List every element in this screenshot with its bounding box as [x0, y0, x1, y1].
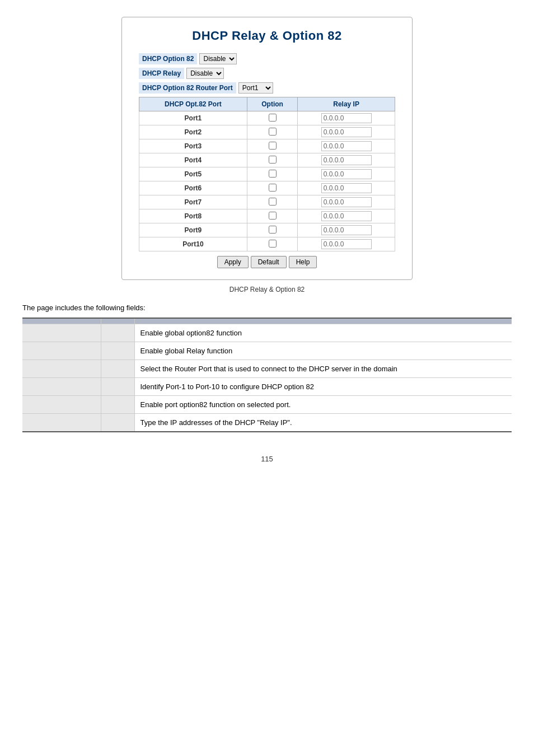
panel-caption: DHCP Relay & Option 82	[22, 286, 512, 293]
fields-header-row	[22, 318, 512, 324]
info-text: The page includes the following fields:	[22, 304, 512, 312]
port-option-checkbox[interactable]	[269, 114, 277, 122]
dhcp-router-port-label: DHCP Option 82 Router Port	[139, 82, 236, 94]
port-relay-ip-cell	[298, 111, 395, 125]
port-relay-ip-input[interactable]	[321, 197, 372, 207]
port-option-checkbox[interactable]	[269, 142, 277, 150]
page-number: 115	[22, 455, 512, 463]
col-port: DHCP Opt.82 Port	[139, 97, 247, 111]
dhcp-router-port-row: DHCP Option 82 Router Port Port1 Port2 P…	[139, 82, 395, 94]
port-option-cell	[247, 153, 297, 167]
port-relay-ip-input[interactable]	[321, 169, 372, 179]
port-relay-ip-cell	[298, 209, 395, 223]
port-option-checkbox[interactable]	[269, 184, 277, 192]
port-table: DHCP Opt.82 Port Option Relay IP Port1Po…	[139, 97, 395, 251]
field-col1	[22, 324, 101, 342]
port-option-cell	[247, 223, 297, 237]
table-row: Port8	[139, 209, 395, 223]
field-description: Type the IP addresses of the DHCP "Relay…	[134, 413, 512, 432]
port-option-cell	[247, 111, 297, 125]
port-option-cell	[247, 167, 297, 181]
port-relay-ip-input[interactable]	[321, 183, 372, 193]
list-item: Identify Port-1 to Port-10 to configure …	[22, 377, 512, 395]
port-name: Port2	[139, 125, 247, 139]
port-relay-ip-cell	[298, 167, 395, 181]
port-option-checkbox[interactable]	[269, 156, 277, 164]
main-panel: DHCP Relay & Option 82 DHCP Option 82 Di…	[121, 17, 413, 280]
port-relay-ip-cell	[298, 195, 395, 209]
port-option-checkbox[interactable]	[269, 128, 277, 136]
port-name: Port5	[139, 167, 247, 181]
table-row: Port7	[139, 195, 395, 209]
help-button[interactable]: Help	[289, 256, 317, 268]
table-row: Port9	[139, 223, 395, 237]
list-item: Enable global Relay function	[22, 342, 512, 360]
port-relay-ip-input[interactable]	[321, 113, 372, 123]
port-relay-ip-cell	[298, 125, 395, 139]
port-option-checkbox[interactable]	[269, 170, 277, 178]
dhcp-option82-row: DHCP Option 82 Disable Enable	[139, 53, 395, 64]
field-col2	[101, 413, 134, 432]
fields-table: Enable global option82 functionEnable gl…	[22, 318, 512, 432]
table-row: Port10	[139, 237, 395, 251]
port-relay-ip-input[interactable]	[321, 127, 372, 137]
field-col1	[22, 413, 101, 432]
col-relay-ip: Relay IP	[298, 97, 395, 111]
field-col2	[101, 377, 134, 395]
port-relay-ip-cell	[298, 153, 395, 167]
port-name: Port4	[139, 153, 247, 167]
dhcp-router-port-select[interactable]: Port1 Port2 Port3 Port4 Port5 Port6 Port…	[238, 82, 273, 94]
apply-button[interactable]: Apply	[217, 256, 249, 268]
dhcp-relay-label: DHCP Relay	[139, 68, 184, 79]
table-row: Port2	[139, 125, 395, 139]
list-item: Select the Router Port that is used to c…	[22, 360, 512, 377]
dhcp-relay-row: DHCP Relay Disable Enable	[139, 68, 395, 79]
field-description: Enable global Relay function	[134, 342, 512, 360]
table-row: Port6	[139, 181, 395, 195]
port-relay-ip-input[interactable]	[321, 211, 372, 221]
port-option-checkbox[interactable]	[269, 212, 277, 220]
field-description: Identify Port-1 to Port-10 to configure …	[134, 377, 512, 395]
port-relay-ip-input[interactable]	[321, 225, 372, 235]
table-row: Port4	[139, 153, 395, 167]
port-option-cell	[247, 195, 297, 209]
port-option-checkbox[interactable]	[269, 226, 277, 234]
panel-title: DHCP Relay & Option 82	[139, 29, 395, 43]
button-row: Apply Default Help	[139, 256, 395, 268]
port-relay-ip-input[interactable]	[321, 141, 372, 151]
port-name: Port1	[139, 111, 247, 125]
port-relay-ip-cell	[298, 223, 395, 237]
port-option-cell	[247, 125, 297, 139]
port-option-cell	[247, 139, 297, 153]
table-row: Port5	[139, 167, 395, 181]
port-relay-ip-cell	[298, 181, 395, 195]
dhcp-option82-label: DHCP Option 82	[139, 53, 197, 64]
port-relay-ip-input[interactable]	[321, 239, 372, 249]
dhcp-relay-select[interactable]: Disable Enable	[186, 68, 224, 79]
field-col1	[22, 342, 101, 360]
field-col1	[22, 377, 101, 395]
list-item: Type the IP addresses of the DHCP "Relay…	[22, 413, 512, 432]
port-relay-ip-input[interactable]	[321, 155, 372, 165]
port-name: Port9	[139, 223, 247, 237]
port-option-checkbox[interactable]	[269, 240, 277, 248]
field-description: Enable port option82 function on selecte…	[134, 395, 512, 413]
port-relay-ip-cell	[298, 237, 395, 251]
port-name: Port8	[139, 209, 247, 223]
field-col2	[101, 395, 134, 413]
field-col2	[101, 324, 134, 342]
field-col1	[22, 395, 101, 413]
field-description: Select the Router Port that is used to c…	[134, 360, 512, 377]
table-row: Port3	[139, 139, 395, 153]
port-option-cell	[247, 237, 297, 251]
port-name: Port7	[139, 195, 247, 209]
default-button[interactable]: Default	[251, 256, 287, 268]
port-name: Port10	[139, 237, 247, 251]
port-option-cell	[247, 209, 297, 223]
field-col2	[101, 360, 134, 377]
dhcp-option82-select[interactable]: Disable Enable	[199, 53, 237, 64]
port-relay-ip-cell	[298, 139, 395, 153]
port-option-checkbox[interactable]	[269, 198, 277, 206]
port-option-cell	[247, 181, 297, 195]
list-item: Enable global option82 function	[22, 324, 512, 342]
